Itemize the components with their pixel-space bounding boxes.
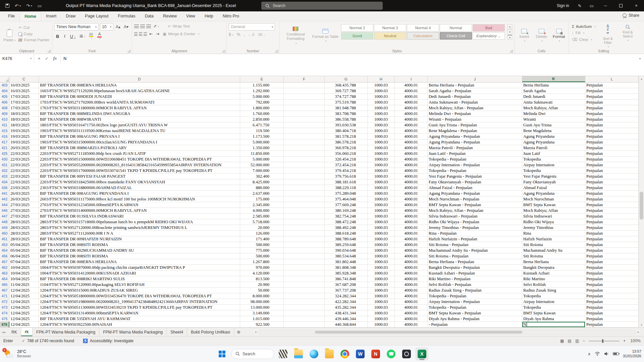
borders-icon[interactable]: ⊞ [78,34,86,39]
bold-button[interactable]: B [54,34,61,39]
fill-color-icon[interactable] [88,33,95,40]
cell-E408[interactable]: 1.800.000 [240,105,284,111]
cell-F432[interactable] [284,168,325,174]
redo-button[interactable]: ↷ [26,3,32,8]
cell-K425[interactable]: Juan Latif [522,151,585,157]
cell-I405[interactable]: 4000.01 [395,94,428,100]
column-header-D[interactable]: D [39,76,240,82]
orientation-icon[interactable]: ⇗ [152,24,160,28]
row-header-432[interactable]: 432 [0,168,9,174]
row-header-449[interactable]: 449 [0,225,9,231]
cell-I436[interactable]: 4000.01 [395,185,428,191]
cell-I409[interactable]: 4000.01 [395,111,428,117]
cell-K450[interactable]: Rina [522,231,585,236]
cell-C416[interactable]: 19/03/2025 [9,134,39,139]
cell-L471[interactable]: Penjualan [585,293,639,299]
close-button[interactable]: × [629,0,644,11]
cell-H406[interactable]: 1000.03 [368,100,395,105]
cell-J449[interactable]: Jeremy Timothius - Penjualan [428,225,522,231]
cell-C404[interactable]: 16/03/2025 [9,88,39,94]
cell-G451[interactable]: 388.789.648 [325,236,368,242]
increase-indent-icon[interactable]: ⇥ [155,32,160,36]
row-header-415[interactable]: 415 [0,128,9,134]
cell-G410[interactable]: 386.558.788 [325,117,368,122]
cell-G433[interactable]: 379.756.618 [325,174,368,179]
cell-F442[interactable] [284,196,325,202]
cell-C411[interactable]: 18/03/2025 [9,122,39,128]
cell-H448[interactable]: 1000.03 [368,219,395,225]
row-header-453[interactable]: 453 [0,242,9,248]
cut-button[interactable]: ✂Cut [17,24,50,31]
formula-input[interactable]: N [61,54,636,63]
row-header-464[interactable]: 464 [0,276,9,282]
cell-F436[interactable] [284,185,325,191]
zoom-level[interactable]: 100% [629,339,641,343]
app-file-explorer-button[interactable] [292,348,305,360]
cell-J404[interactable]: Sarah Agatha - Penjualan [428,88,522,94]
cell-J408[interactable]: Moch Rabiyu; Affan - Penjualan [428,105,522,111]
cell-D463[interactable]: 1004/FTSCY/WS950314120000.00KUSNADI AZHA… [39,270,240,276]
app-camera-button[interactable] [400,348,413,360]
cell-H457[interactable]: 1000.03 [368,259,395,265]
cell-L410[interactable]: Penjualan [585,117,639,122]
cell-K406[interactable]: Anita Sukmawati [522,100,585,105]
cell-I457[interactable]: 4000.01 [395,259,428,265]
cell-D442[interactable]: 2603/FTSCY/WS950311175000.00box kcl moti… [39,196,240,202]
cell-F410[interactable] [284,117,325,122]
cell-G466[interactable]: 367.687.208 [325,282,368,288]
cell-E472[interactable]: 98.000.000 [240,299,284,305]
cell-F430[interactable] [284,157,325,162]
hscroll-left-icon[interactable]: ◂ [253,330,258,334]
cell-J462[interactable]: Bangkit Dwoputra - Penjualan [428,265,522,270]
cell-C442[interactable]: 26/03/2025 [9,196,39,202]
cell-E404[interactable]: 1.292.000 [240,88,284,94]
cell-C421[interactable]: 20/03/2025 [9,145,39,151]
cell-F449[interactable] [284,225,325,231]
titlebar-search[interactable]: Search [261,2,383,10]
cell-E444[interactable]: 2.345.000 [240,202,284,208]
cell-style-bad[interactable]: Bad [473,24,505,32]
cell-F466[interactable] [284,282,325,288]
cell-K463[interactable]: Kusnadi Azhari [522,270,585,276]
row-header-430[interactable]: 430 [0,157,9,162]
cell-H471[interactable]: 1000.03 [368,293,395,299]
cell-C467[interactable]: 12/04/2025 [9,288,39,293]
cell-H449[interactable]: 1000.03 [368,225,395,231]
row-header-446[interactable]: 446 [0,208,9,214]
cell-L434[interactable]: Penjualan [585,179,639,185]
cell-H434[interactable]: 1000.03 [368,179,395,185]
cell-L430[interactable]: Penjualan [585,157,639,162]
cell-K431[interactable]: Airpay Internation [522,162,585,168]
cell-I447[interactable]: 4000.01 [395,214,428,219]
grow-font-icon[interactable]: A▴ [115,24,121,29]
cell-H441[interactable]: 1000.03 [368,191,395,196]
ribbon-display-options-icon[interactable]: ▭ [586,0,598,11]
cell-F451[interactable] [284,236,325,242]
cell-J474[interactable]: BMT Septa Kawan - Penjualan [428,310,522,316]
battery-icon[interactable] [613,352,619,355]
cell-H444[interactable]: 1000.03 [368,202,395,208]
column-header-C[interactable]: C [9,76,39,82]
cell-J446[interactable]: Moch Rabiyu; Affan - Penjualan [428,208,522,214]
cell-K433[interactable]: Yesi Fajar Pangestu [522,174,585,179]
cell-D433[interactable]: BIF TRANSFER DR 009YESI FAJAR PANGEST [39,174,240,179]
cell-G403[interactable]: 368.435.788 [325,82,368,88]
row-header-403[interactable]: 403 [0,82,9,88]
cell-L475[interactable]: Penjualan [585,316,639,322]
cell-K415[interactable]: Rene Magdalena [522,128,585,134]
cell-F446[interactable] [284,208,325,214]
cell-F476[interactable] [284,322,325,327]
undo-button[interactable]: ↶ [15,3,21,8]
cell-L453[interactable]: Penjualan [585,242,639,248]
cell-E449[interactable]: 20.000 [240,225,284,231]
cell-J406[interactable]: Anita Sukmawati - Penjualan [428,100,522,105]
cell-I410[interactable]: 4000.01 [395,117,428,122]
cell-L462[interactable]: Penjualan [585,265,639,270]
cell-L476[interactable]: Penjualan [585,322,639,327]
cell-F406[interactable] [284,100,325,105]
cell-H475[interactable]: 1000.03 [368,316,395,322]
cell-I404[interactable]: 4000.01 [395,88,428,94]
scroll-down-icon[interactable]: ▾ [639,322,644,327]
row-header-409[interactable]: 409 [0,111,9,117]
cell-L454[interactable]: Penjualan [585,248,639,253]
